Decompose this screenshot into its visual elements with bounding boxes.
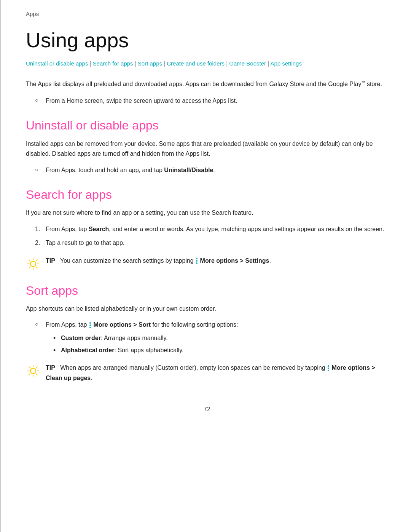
section-heading-sort: Sort apps — [26, 283, 388, 298]
uninstall-paragraph: Installed apps can be removed from your … — [26, 139, 388, 159]
sort-sub-bullet-list: Custom order: Arrange apps manually. Alp… — [53, 333, 388, 356]
toc-link-search[interactable]: Search for apps — [93, 60, 133, 67]
uninstall-bold: Uninstall/Disable — [164, 167, 213, 173]
custom-order-bold: Custom order — [61, 335, 101, 341]
section-heading-search: Search for apps — [26, 187, 388, 202]
intro-paragraph: The Apps list displays all preloaded and… — [26, 79, 388, 89]
tip-icon-sort — [26, 364, 40, 378]
alpha-order-bold: Alphabetical order — [61, 347, 114, 353]
more-options-icon-search — [196, 258, 198, 264]
tip-icon-search — [26, 257, 40, 271]
uninstall-bullet-item: From Apps, touch and hold an app, and ta… — [35, 165, 388, 175]
toc-links: Uninstall or disable apps | Search for a… — [26, 59, 388, 69]
svg-point-0 — [30, 261, 36, 267]
tip-search-content: TIP You can customize the search setting… — [46, 256, 271, 266]
page-border — [0, 0, 1, 532]
toc-link-uninstall[interactable]: Uninstall or disable apps — [26, 60, 88, 67]
section-heading-uninstall: Uninstall or disable apps — [26, 118, 388, 133]
page-number: 72 — [26, 406, 388, 413]
search-paragraph: If you are not sure where to find an app… — [26, 208, 388, 218]
svg-line-8 — [29, 267, 30, 268]
page-title: Using apps — [26, 28, 388, 52]
intro-bullet-item: From a Home screen, swipe the screen upw… — [35, 96, 388, 106]
intro-bullet-list: From a Home screen, swipe the screen upw… — [35, 96, 388, 106]
sort-bullet-list: From Apps, tap More options > Sort for t… — [35, 320, 388, 355]
toc-link-sort[interactable]: Sort apps — [138, 60, 162, 67]
breadcrumb-label: Apps — [26, 11, 39, 17]
svg-line-16 — [36, 367, 37, 369]
sort-sub-item-alpha: Alphabetical order: Sort apps alphabetic… — [53, 345, 388, 355]
svg-line-17 — [29, 374, 30, 375]
page-container: Apps Using apps Uninstall or disable app… — [0, 0, 411, 443]
toc-link-app-settings[interactable]: App settings — [270, 60, 302, 67]
breadcrumb: Apps — [26, 8, 388, 18]
svg-line-15 — [36, 374, 37, 375]
tip-sort-label: TIP — [46, 364, 55, 371]
toc-link-folders[interactable]: Create and use folders — [167, 60, 225, 67]
toc-link-game-booster[interactable]: Game Booster — [229, 60, 266, 67]
tip-sort: TIP When apps are arranged manually (Cus… — [26, 363, 388, 383]
tip-search: TIP You can customize the search setting… — [26, 256, 388, 271]
more-options-text-sort-tip: More options > Clean up pages — [46, 364, 375, 381]
search-step-2: Tap a result to go to that app. — [35, 238, 388, 248]
tip-search-label: TIP — [46, 257, 55, 264]
svg-line-14 — [29, 367, 30, 369]
svg-line-7 — [36, 260, 37, 261]
uninstall-bullet-list: From Apps, touch and hold an app, and ta… — [35, 165, 388, 175]
svg-line-6 — [36, 267, 37, 268]
more-options-icon-sort — [89, 322, 91, 328]
tip-sort-content: TIP When apps are arranged manually (Cus… — [46, 363, 388, 383]
svg-point-9 — [30, 368, 36, 374]
more-options-icon-sort-tip — [328, 365, 329, 371]
sort-sub-item-custom: Custom order: Arrange apps manually. — [53, 333, 388, 343]
search-step-1: From Apps, tap Search, and enter a word … — [35, 224, 388, 234]
more-options-text-sort: More options > Sort — [93, 321, 151, 328]
search-numbered-list: From Apps, tap Search, and enter a word … — [35, 224, 388, 248]
more-options-text-search: More options > Settings — [200, 257, 269, 264]
sort-bullet-item: From Apps, tap More options > Sort for t… — [35, 320, 388, 355]
svg-line-5 — [29, 260, 30, 261]
sort-paragraph: App shortcuts can be listed alphabetical… — [26, 304, 388, 314]
search-bold-1: Search — [89, 226, 109, 232]
